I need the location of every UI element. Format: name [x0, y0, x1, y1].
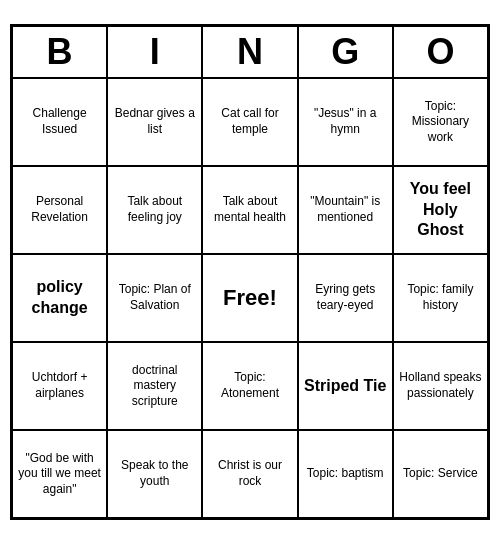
bingo-cell-12: Free! — [202, 254, 297, 342]
bingo-cell-6: Talk about feeling joy — [107, 166, 202, 254]
bingo-cell-5: Personal Revelation — [12, 166, 107, 254]
header-letter-O: O — [393, 26, 488, 78]
bingo-cell-19: Holland speaks passionately — [393, 342, 488, 430]
bingo-cell-23: Topic: baptism — [298, 430, 393, 518]
header-letter-B: B — [12, 26, 107, 78]
bingo-cell-10: policy change — [12, 254, 107, 342]
bingo-cell-20: "God be with you till we meet again" — [12, 430, 107, 518]
bingo-grid: Challenge IssuedBednar gives a listCat c… — [12, 78, 488, 518]
header-letter-I: I — [107, 26, 202, 78]
bingo-cell-0: Challenge Issued — [12, 78, 107, 166]
bingo-cell-7: Talk about mental health — [202, 166, 297, 254]
bingo-cell-9: You feel Holy Ghost — [393, 166, 488, 254]
bingo-cell-17: Topic: Atonement — [202, 342, 297, 430]
bingo-cell-24: Topic: Service — [393, 430, 488, 518]
bingo-cell-2: Cat call for temple — [202, 78, 297, 166]
bingo-header: BINGO — [12, 26, 488, 78]
bingo-cell-11: Topic: Plan of Salvation — [107, 254, 202, 342]
bingo-cell-18: Striped Tie — [298, 342, 393, 430]
bingo-cell-1: Bednar gives a list — [107, 78, 202, 166]
bingo-cell-22: Christ is our rock — [202, 430, 297, 518]
bingo-cell-16: doctrinal mastery scripture — [107, 342, 202, 430]
bingo-cell-4: Topic: Missionary work — [393, 78, 488, 166]
bingo-cell-13: Eyring gets teary-eyed — [298, 254, 393, 342]
bingo-cell-3: "Jesus" in a hymn — [298, 78, 393, 166]
bingo-cell-8: "Mountain" is mentioned — [298, 166, 393, 254]
bingo-card: BINGO Challenge IssuedBednar gives a lis… — [10, 24, 490, 520]
header-letter-G: G — [298, 26, 393, 78]
header-letter-N: N — [202, 26, 297, 78]
bingo-cell-15: Uchtdorf + airplanes — [12, 342, 107, 430]
bingo-cell-21: Speak to the youth — [107, 430, 202, 518]
bingo-cell-14: Topic: family history — [393, 254, 488, 342]
